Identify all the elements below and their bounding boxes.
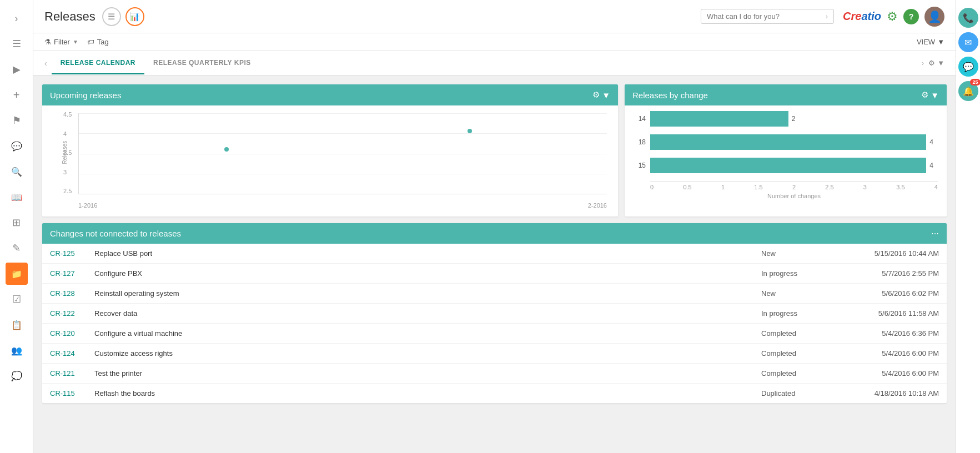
sidebar-comment-icon[interactable]: 💭 [6,365,28,387]
table-row: CR-115 Reflash the boards Duplicated 4/1… [42,384,947,403]
view-label: VIEW [917,38,935,46]
main-content: Releases ☰ 📊 › Creatio ⚙ ? 👤 ⚗ Fil [33,0,956,453]
row-id-cr124[interactable]: CR-124 [50,349,94,358]
row-id-cr127[interactable]: CR-127 [50,269,94,278]
sidebar-tasks-icon[interactable]: ☑ [6,288,28,310]
row-name-cr125: Replace USB port [94,249,761,258]
sidebar-search-icon[interactable]: 🔍 [6,160,28,183]
row-id-cr128[interactable]: CR-128 [50,289,94,298]
tag-icon: 🏷 [87,38,94,46]
email-icon-btn[interactable]: ✉ [958,32,978,52]
search-arrow-icon: › [826,13,828,21]
row-status-cr124: Completed [761,349,839,358]
table-row: CR-124 Customize access rights Completed… [42,344,947,364]
row-id-cr121[interactable]: CR-121 [50,369,94,378]
releases-chart-gear-icon: ⚙ [921,90,928,100]
message-icon-btn[interactable]: 💬 [958,57,978,77]
notification-icon-btn[interactable]: 🔔 25 [958,81,978,101]
row-id-cr115[interactable]: CR-115 [50,389,94,397]
plot-area [78,113,607,194]
row-name-cr124: Customize access rights [94,349,761,358]
sidebar-book-icon[interactable]: 📖 [6,186,28,208]
bar-fill-18 [650,134,926,150]
scatter-dot-1 [224,147,229,152]
bar-fill-14 [650,111,788,127]
tag-label: Tag [97,38,109,46]
bar-value-18: 4 [929,138,933,146]
changes-table-body: CR-125 Replace USB port New 5/15/2016 10… [42,244,947,403]
table-row: CR-120 Configure a virtual machine Compl… [42,324,947,344]
scatter-chart: Releases 4.5 4 3.5 3 2.5 [48,111,612,211]
tag-button[interactable]: 🏷 Tag [87,38,109,46]
changes-table-actions[interactable]: ⋯ [931,229,939,238]
bar-chart: 14 2 18 4 [625,105,947,205]
upcoming-chart-body: Releases 4.5 4 3.5 3 2.5 [42,105,618,217]
sidebar-flag-icon[interactable]: ⚑ [6,109,28,132]
table-row: CR-122 Recover data In progress 5/6/2016… [42,304,947,324]
search-input[interactable] [707,12,826,21]
view-button[interactable]: VIEW ▼ [917,38,944,46]
row-status-cr127: In progress [761,269,839,278]
charts-row: Upcoming releases ⚙ ▼ Releases 4.5 4 [42,84,947,217]
sidebar-play-icon[interactable]: ▶ [6,58,28,80]
gridline-2 [79,133,607,134]
filter-label: Filter [54,38,70,46]
bar-label-15: 15 [634,162,646,169]
sidebar-edit-icon[interactable]: ✎ [6,237,28,259]
bar-row-18: 18 4 [634,134,938,150]
search-box[interactable]: › [701,9,834,24]
table-row: CR-121 Test the printer Completed 5/4/20… [42,364,947,384]
tab-prev-icon[interactable]: ‹ [44,59,47,68]
row-date-cr121: 5/4/2016 6:00 PM [839,369,939,378]
gridline-3 [79,154,607,154]
releases-chart-actions[interactable]: ⚙ ▼ [921,90,939,100]
tabs-bar: ‹ RELEASE CALENDAR RELEASE QUARTERLY KPI… [33,51,956,76]
chart-view-btn[interactable]: 📊 [125,7,144,26]
row-status-cr120: Completed [761,329,839,338]
row-id-cr120[interactable]: CR-120 [50,329,94,338]
sidebar-plus-icon[interactable]: + [6,84,28,106]
changes-table-title: Changes not connected to releases [50,229,181,238]
tab-settings-btn[interactable]: ⚙ ▼ [928,59,944,67]
settings-gear-icon[interactable]: ⚙ [887,9,898,24]
list-icon: ☰ [108,12,115,22]
sidebar-menu-icon[interactable]: ☰ [6,33,28,55]
table-row: CR-127 Configure PBX In progress 5/7/201… [42,264,947,284]
help-button[interactable]: ? [903,9,919,24]
row-status-cr125: New [761,249,839,258]
row-id-cr122[interactable]: CR-122 [50,309,94,318]
user-avatar[interactable]: 👤 [924,7,944,27]
phone-icon-btn[interactable]: 📞 [958,8,978,28]
bar-fill-15 [650,158,926,173]
gridline-1 [79,113,607,114]
tab-next-icon[interactable]: › [922,59,924,67]
row-date-cr122: 5/6/2016 11:58 AM [839,309,939,318]
releases-chart-arrow-icon: ▼ [931,90,939,100]
upcoming-chart-actions[interactable]: ⚙ ▼ [592,90,610,100]
filter-icon: ⚗ [44,38,51,46]
bar-label-18: 18 [634,138,646,146]
row-status-cr128: New [761,289,839,298]
tab-release-calendar[interactable]: RELEASE CALENDAR [52,52,144,74]
bar-track-18: 4 [650,134,938,150]
upcoming-chart-arrow-icon: ▼ [602,90,610,100]
bar-row-14: 14 2 [634,111,938,127]
sidebar-chevron-icon[interactable]: › [6,7,28,29]
row-id-cr125[interactable]: CR-125 [50,249,94,258]
tab-release-quarterly-kpis[interactable]: RELEASE QUARTERLY KPIS [144,52,260,74]
sidebar-report-icon[interactable]: 📋 [6,314,28,336]
upcoming-chart-title: Upcoming releases [50,90,121,100]
sidebar-chat-icon[interactable]: 💬 [6,135,28,157]
filter-button[interactable]: ⚗ Filter ▼ [44,38,78,46]
sidebar-folder-icon[interactable]: 📁 [6,263,28,285]
list-view-btn[interactable]: ☰ [102,7,121,26]
sidebar-grid-icon[interactable]: ⊞ [6,212,28,234]
table-row: CR-125 Replace USB port New 5/15/2016 10… [42,244,947,264]
row-date-cr128: 5/6/2016 6:02 PM [839,289,939,298]
right-sidebar: 📞 ✉ 💬 🔔 25 [956,0,980,453]
sidebar-users-icon[interactable]: 👥 [6,339,28,361]
topbar-right: Creatio ⚙ ? 👤 [843,7,944,27]
bar-track-14: 2 [650,111,938,127]
bar-x-axis-label: Number of changes [650,193,938,199]
avatar-image: 👤 [928,10,942,23]
